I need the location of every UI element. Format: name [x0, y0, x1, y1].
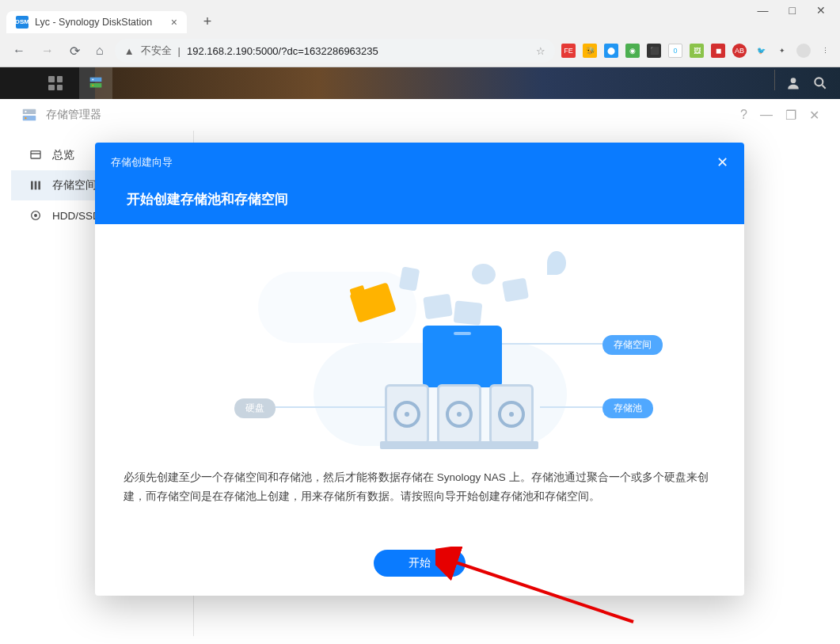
rocket-icon: [547, 251, 566, 275]
video-icon: [502, 278, 529, 303]
dsm-search-icon[interactable]: [807, 70, 834, 97]
dsm-taskbar-storage-manager[interactable]: [79, 67, 112, 99]
tab-close-icon[interactable]: ×: [171, 16, 177, 29]
url-text: 192.168.2.190:5000/?dc=1632286963235: [187, 45, 378, 57]
sidebar-label: 总览: [52, 148, 74, 162]
browser-tab-bar: DSM Lyc - Synology DiskStation × +: [0, 8, 840, 36]
svg-rect-14: [35, 181, 37, 190]
apps-grid-icon: [48, 76, 63, 90]
tab-title: Lyc - Synology DiskStation: [35, 17, 152, 28]
svg-point-5: [815, 78, 823, 86]
svg-point-4: [791, 78, 796, 83]
url-separator: |: [178, 45, 181, 57]
dsm-taskbar: [0, 67, 840, 99]
svg-point-9: [25, 111, 26, 112]
disk-pill-label: 硬盘: [234, 398, 276, 418]
svg-rect-11: [31, 151, 40, 158]
window-maximize-icon[interactable]: ❐: [785, 108, 796, 123]
window-help-icon[interactable]: ?: [740, 108, 747, 123]
svg-point-10: [25, 117, 26, 119]
not-secure-icon: ▲: [124, 45, 135, 57]
ext-icon-5[interactable]: ⬛: [647, 44, 661, 58]
window-close[interactable]: ✕: [816, 6, 826, 8]
browser-chrome: — □ ✕ DSM Lyc - Synology DiskStation × +…: [0, 0, 840, 67]
wizard-illustration: 存储空间 存储池 硬盘: [124, 248, 716, 454]
svg-point-17: [35, 215, 37, 217]
ext-icon-2[interactable]: 🐝: [583, 44, 597, 58]
svg-rect-13: [31, 181, 33, 190]
wizard-header: 存储创建向导 ✕ 开始创建存储池和存储空间: [95, 143, 744, 224]
svg-rect-15: [38, 181, 40, 190]
storage-manager-title: 存储管理器: [46, 108, 101, 122]
window-close-icon[interactable]: ✕: [809, 108, 819, 123]
nav-reload-icon[interactable]: ⟳: [65, 40, 85, 62]
svg-rect-8: [23, 116, 36, 120]
svg-rect-0: [90, 78, 102, 82]
storage-manager-titlebar[interactable]: 存储管理器 ? — ❐ ✕: [11, 99, 829, 131]
sidebar-label: HDD/SSD: [52, 210, 101, 222]
ext-icon-8[interactable]: ◼: [711, 44, 725, 58]
hdd-icon: [29, 208, 43, 223]
svg-rect-1: [90, 83, 102, 88]
window-controls: — □ ✕: [0, 0, 840, 8]
image-icon: [423, 294, 453, 319]
volume-pill-label: 存储空间: [602, 335, 663, 355]
nav-forward-icon: →: [36, 40, 59, 61]
nav-back-icon[interactable]: ←: [8, 40, 30, 61]
svg-point-2: [92, 79, 93, 81]
ext-icon-7[interactable]: 🖼: [690, 44, 704, 58]
window-minimize[interactable]: —: [758, 6, 769, 8]
ext-bird-icon[interactable]: 🐦: [754, 44, 768, 58]
ext-icon-6[interactable]: 0: [668, 44, 682, 58]
storage-manager-title-icon: [21, 106, 38, 124]
ext-icon-3[interactable]: ⬤: [604, 44, 618, 58]
svg-point-3: [92, 85, 93, 86]
url-input[interactable]: ▲ 不安全 | 192.168.2.190:5000/?dc=163228696…: [115, 39, 555, 63]
ext-icon-4[interactable]: ◉: [625, 44, 640, 58]
dsm-user-icon[interactable]: [780, 70, 807, 97]
extension-icons: FE 🐝 ⬤ ◉ ⬛ 0 🖼 ◼ AB 🐦 ✦ ⋮: [561, 44, 832, 58]
window-maximize[interactable]: □: [789, 6, 796, 8]
volume-icon: [29, 178, 43, 192]
ext-puzzle-icon[interactable]: ✦: [775, 44, 789, 58]
ext-icon-1[interactable]: FE: [561, 44, 576, 58]
sidebar-label: 存储空间: [52, 178, 97, 192]
browser-tab[interactable]: DSM Lyc - Synology DiskStation ×: [6, 11, 187, 33]
image-icon: [454, 300, 483, 325]
wizard-breadcrumb: 存储创建向导: [111, 156, 173, 170]
address-bar: ← → ⟳ ⌂ ▲ 不安全 | 192.168.2.190:5000/?dc=1…: [0, 36, 840, 66]
svg-rect-7: [23, 109, 36, 114]
bookmark-star-icon[interactable]: ☆: [536, 45, 545, 57]
storage-creation-wizard-dialog: 存储创建向导 ✕ 开始创建存储池和存储空间 存储空间: [95, 143, 744, 596]
storage-manager-icon: [87, 74, 105, 92]
overview-icon: [29, 148, 43, 162]
profile-avatar-icon[interactable]: [796, 44, 811, 58]
hdd-drive-icon: [437, 384, 481, 444]
doc-icon: [399, 266, 420, 291]
nav-home-icon[interactable]: ⌂: [91, 40, 108, 61]
wizard-title: 开始创建存储池和存储空间: [127, 190, 728, 208]
hdd-drive-icon: [385, 384, 429, 444]
ext-abp-icon[interactable]: AB: [732, 44, 747, 58]
svg-line-6: [823, 86, 826, 89]
hdd-drive-icon: [489, 384, 534, 444]
not-secure-label: 不安全: [141, 44, 172, 58]
music-icon: [470, 261, 498, 287]
pool-pill-label: 存储池: [602, 398, 653, 418]
browser-menu-icon[interactable]: ⋮: [818, 44, 832, 58]
wizard-start-button[interactable]: 开始: [374, 550, 466, 577]
wizard-close-icon[interactable]: ✕: [716, 154, 728, 171]
volume-box-icon: [423, 326, 502, 387]
wizard-description: 必须先创建至少一个存储空间和存储池，然后才能将数据存储在 Synology NA…: [124, 468, 716, 507]
window-minimize-icon[interactable]: —: [760, 108, 773, 123]
tab-favicon-icon: DSM: [16, 16, 29, 29]
dsm-main-menu-button[interactable]: [40, 70, 71, 97]
new-tab-button[interactable]: +: [196, 11, 219, 33]
